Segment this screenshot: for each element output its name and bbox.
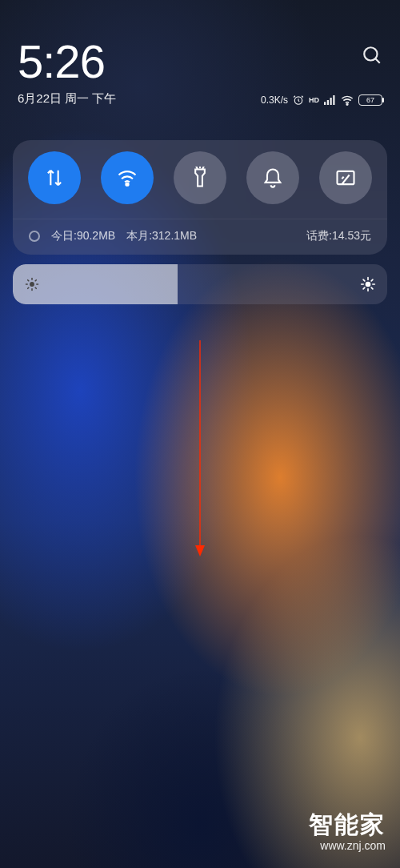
quick-settings-panel: 今日:90.2MB 本月:312.1MB 话费:14.53元	[13, 140, 387, 255]
svg-point-7	[346, 103, 348, 105]
svg-line-27	[371, 279, 373, 281]
wifi-toggle[interactable]	[101, 151, 154, 204]
network-speed: 0.3K/s	[261, 94, 288, 106]
svg-line-26	[363, 287, 365, 289]
search-icon[interactable]	[362, 45, 382, 69]
svg-line-24	[363, 279, 365, 281]
svg-line-15	[28, 280, 29, 281]
svg-line-16	[35, 287, 36, 288]
brightness-low-icon	[24, 276, 40, 292]
signal-icon	[324, 94, 336, 106]
mobile-data-toggle[interactable]	[28, 151, 81, 204]
status-bar: 0.3K/s HD 67	[261, 94, 382, 106]
clock-time: 5:26	[18, 38, 116, 85]
svg-rect-4	[327, 100, 329, 105]
screenshot-toggle[interactable]	[319, 151, 372, 204]
data-usage-today: 今日:90.2MB	[51, 229, 115, 243]
svg-marker-29	[195, 545, 205, 557]
data-usage-month: 本月:312.1MB	[126, 229, 197, 243]
phone-balance: 话费:14.53元	[306, 229, 371, 243]
brightness-slider[interactable]	[13, 264, 387, 304]
svg-rect-9	[338, 171, 354, 184]
swipe-down-arrow	[195, 340, 205, 560]
watermark: 智能家 www.znj.com	[309, 811, 386, 852]
svg-point-10	[30, 282, 34, 287]
watermark-url: www.znj.com	[309, 839, 386, 852]
clock-date: 6月22日 周一 下午	[18, 91, 116, 106]
svg-line-1	[375, 58, 379, 62]
hd-indicator: HD	[309, 96, 319, 104]
svg-line-18	[35, 280, 36, 281]
svg-point-19	[366, 282, 371, 287]
alarm-icon	[293, 94, 304, 106]
data-usage-icon	[29, 231, 40, 242]
wifi-status-icon	[341, 94, 354, 106]
battery-indicator: 67	[358, 94, 382, 106]
svg-rect-6	[333, 95, 334, 105]
svg-line-17	[28, 287, 29, 288]
svg-point-8	[126, 183, 128, 186]
brightness-high-icon	[360, 276, 376, 292]
flashlight-toggle[interactable]	[174, 151, 226, 204]
svg-line-25	[371, 287, 373, 289]
data-usage-row[interactable]: 今日:90.2MB 本月:312.1MB 话费:14.53元	[13, 219, 387, 255]
svg-point-0	[364, 47, 377, 60]
svg-rect-5	[330, 98, 332, 105]
watermark-title: 智能家	[309, 811, 386, 839]
do-not-disturb-toggle[interactable]	[246, 151, 299, 204]
svg-rect-3	[324, 102, 326, 105]
